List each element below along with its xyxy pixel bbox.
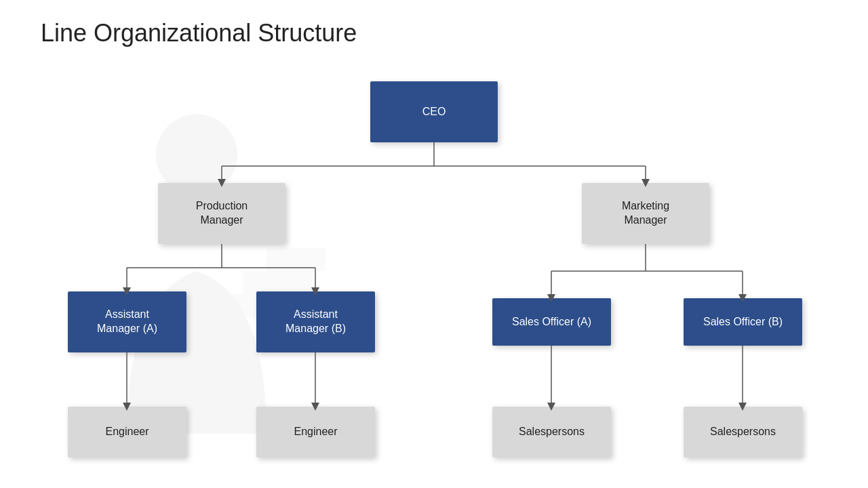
page: Line Organizational Structure — [0, 0, 868, 488]
org-chart: CEO ProductionManager MarketingManager A… — [0, 61, 868, 488]
connectors-svg — [0, 61, 868, 488]
page-title: Line Organizational Structure — [41, 19, 357, 47]
